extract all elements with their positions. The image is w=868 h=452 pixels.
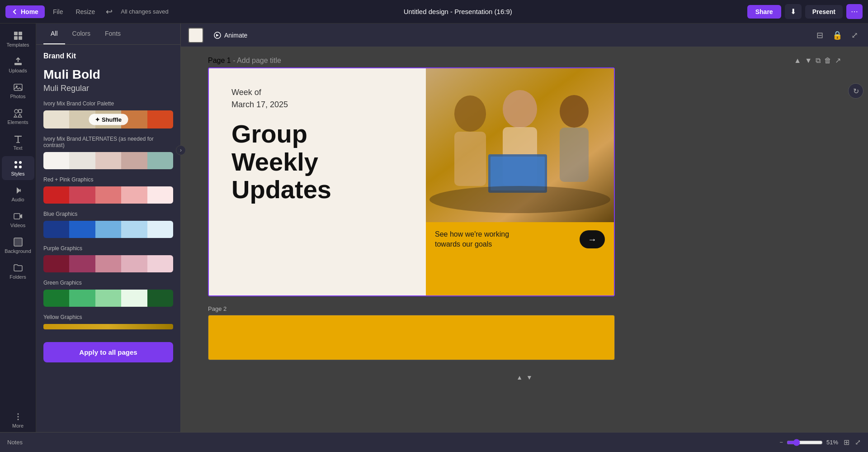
page-background-color[interactable] — [188, 28, 203, 43]
rp-swatch-2[interactable] — [69, 186, 95, 204]
filter-icon-button[interactable]: ⊟ — [814, 29, 826, 42]
saved-status: All changes saved — [121, 8, 169, 15]
alt-swatch-4[interactable] — [121, 152, 147, 169]
svg-rect-1 — [19, 32, 22, 35]
sidebar-item-audio[interactable]: Audio — [2, 182, 34, 206]
svg-point-23 — [503, 90, 537, 128]
b-swatch-1[interactable] — [43, 221, 69, 238]
alt-swatch-1[interactable] — [43, 152, 69, 169]
g-swatch-1[interactable] — [43, 290, 69, 307]
svg-point-25 — [560, 95, 589, 128]
uploads-icon — [13, 57, 23, 67]
sidebar-item-styles[interactable]: Styles — [2, 156, 34, 180]
sidebar-item-photos[interactable]: Photos — [2, 79, 34, 103]
resize-button[interactable]: Resize — [71, 6, 99, 17]
slide-copy-button[interactable]: ⧉ — [816, 56, 821, 65]
svg-rect-0 — [14, 32, 18, 35]
slide-1[interactable]: Week of March 17, 2025 Group Weekly Upda… — [208, 67, 615, 296]
svg-rect-3 — [19, 36, 22, 40]
brand-panel-content: Brand Kit Muli Bold Muli Regular Ivory M… — [36, 45, 180, 432]
g-swatch-3[interactable] — [95, 290, 121, 307]
sidebar-item-uploads[interactable]: Uploads — [2, 53, 34, 77]
folders-label: Folders — [9, 274, 26, 280]
blue-section: Blue Graphics — [43, 211, 173, 238]
slide-share-button[interactable]: ↗ — [835, 56, 841, 65]
rp-swatch-1[interactable] — [43, 186, 69, 204]
panel-collapse-button[interactable]: › — [176, 145, 186, 155]
alt-swatch-2[interactable] — [69, 152, 95, 169]
bottom-bar-left: Notes — [7, 439, 23, 446]
rp-swatch-5[interactable] — [147, 186, 173, 204]
audio-label: Audio — [11, 197, 24, 202]
green-label: Green Graphics — [43, 280, 173, 286]
notes-button[interactable]: Notes — [7, 439, 23, 446]
b-swatch-5[interactable] — [147, 221, 173, 238]
more-icon — [13, 412, 23, 422]
ivory-mix-section: Ivory Mix Brand Color Palette ✦ Shuffle — [43, 100, 173, 128]
green-section: Green Graphics — [43, 280, 173, 307]
g-swatch-5[interactable] — [147, 290, 173, 307]
zoom-percent: 51% — [826, 439, 838, 446]
tab-fonts[interactable]: Fonts — [98, 24, 128, 44]
b-swatch-4[interactable] — [121, 221, 147, 238]
shuffle-button[interactable]: ✦ Shuffle — [89, 114, 128, 125]
green-palette — [43, 290, 173, 307]
p-swatch-2[interactable] — [69, 255, 95, 272]
p-swatch-5[interactable] — [147, 255, 173, 272]
alt-swatch-3[interactable] — [95, 152, 121, 169]
b-swatch-3[interactable] — [95, 221, 121, 238]
sidebar-item-more[interactable]: More — [2, 408, 34, 432]
elements-label: Elements — [8, 119, 28, 125]
g-swatch-2[interactable] — [69, 290, 95, 307]
animate-button[interactable]: Animate — [209, 29, 252, 42]
color-swatch-1[interactable] — [43, 110, 69, 128]
color-swatch-5[interactable] — [147, 110, 173, 128]
svg-point-16 — [17, 414, 19, 415]
tab-colors[interactable]: Colors — [65, 24, 98, 44]
alt-swatch-5[interactable] — [147, 152, 173, 169]
sidebar-item-elements[interactable]: Elements — [2, 105, 34, 128]
slide-up-button[interactable]: ▲ — [794, 56, 801, 65]
fullscreen-button[interactable]: ⤢ — [855, 438, 861, 447]
p-swatch-3[interactable] — [95, 255, 121, 272]
slide-2[interactable] — [208, 315, 615, 360]
nav-up-button[interactable]: ▲ — [516, 374, 523, 381]
home-button[interactable]: Home — [5, 5, 45, 18]
b-swatch-2[interactable] — [69, 221, 95, 238]
sidebar-item-folders[interactable]: Folders — [2, 259, 34, 283]
g-swatch-4[interactable] — [121, 290, 147, 307]
expand-icon-button[interactable]: ⤢ — [849, 29, 861, 42]
tab-all[interactable]: All — [43, 24, 65, 44]
grid-view-button[interactable]: ⊞ — [844, 438, 849, 447]
red-pink-label: Red + Pink Graphics — [43, 176, 173, 183]
rp-swatch-3[interactable] — [95, 186, 121, 204]
sidebar-item-text[interactable]: Text — [2, 130, 34, 154]
undo-icon[interactable]: ↩ — [103, 7, 115, 17]
more-options-button[interactable]: ⋯ — [846, 4, 863, 19]
svg-point-18 — [17, 419, 19, 420]
rp-swatch-4[interactable] — [121, 186, 147, 204]
slide-down-button[interactable]: ▼ — [805, 56, 812, 65]
refresh-button[interactable]: ↻ — [848, 83, 863, 99]
sidebar-item-templates[interactable]: Templates — [2, 27, 34, 51]
download-button[interactable]: ⬇ — [785, 4, 802, 19]
sidebar-item-videos[interactable]: Videos — [2, 208, 34, 232]
share-button[interactable]: Share — [747, 5, 781, 19]
p-swatch-1[interactable] — [43, 255, 69, 272]
lock-icon-button[interactable]: 🔒 — [830, 29, 845, 42]
yellow-palette-partial[interactable] — [43, 324, 173, 329]
sidebar-item-background[interactable]: Background — [2, 233, 34, 257]
slide-delete-button[interactable]: 🗑 — [824, 56, 831, 65]
slide-arrow-button[interactable]: → — [580, 230, 605, 248]
canvas-toolbar-right: ⊟ 🔒 ⤢ — [814, 29, 861, 42]
file-button[interactable]: File — [48, 6, 68, 17]
nav-down-button[interactable]: ▼ — [526, 374, 533, 381]
topbar: Home File Resize ↩ All changes saved Unt… — [0, 0, 868, 24]
video-icon — [13, 211, 23, 221]
present-button[interactable]: Present — [805, 5, 843, 19]
apply-all-pages-button[interactable]: Apply to all pages — [43, 342, 173, 362]
ivory-mix-label: Ivory Mix Brand Color Palette — [43, 100, 173, 107]
topbar-left: Home File Resize ↩ All changes saved — [5, 5, 169, 18]
zoom-slider[interactable] — [787, 439, 823, 446]
p-swatch-4[interactable] — [121, 255, 147, 272]
